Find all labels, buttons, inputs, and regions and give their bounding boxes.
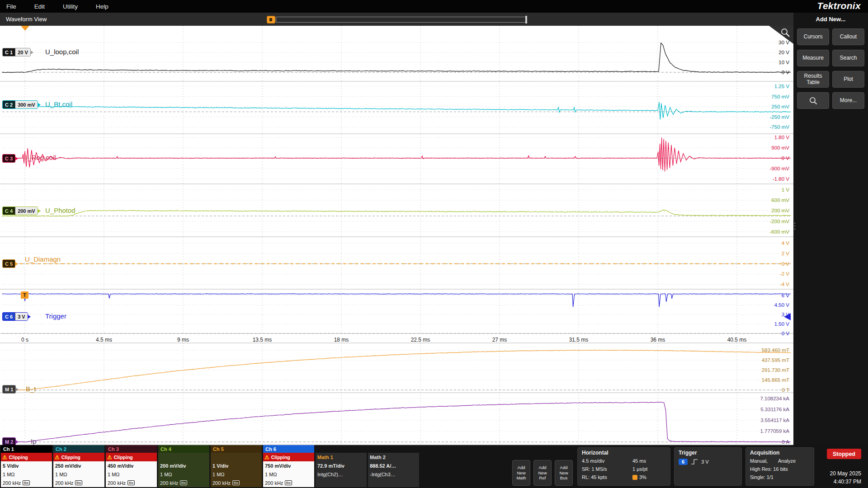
channel-badge-label: C 5 <box>3 260 15 267</box>
scale-label-ch3: 900 mV <box>771 145 789 150</box>
input-impedance: 1 MΩ <box>106 470 157 479</box>
sample-rate: SR: 1 MS/s <box>582 466 632 472</box>
scale-label-ch4: -600 mV <box>770 229 790 235</box>
channel-badge-tip <box>16 388 19 391</box>
bandwidth-limit: 200 kHzBw <box>211 479 262 487</box>
record-length: RL: 45 kpts <box>582 474 632 480</box>
channel-name-ch5[interactable]: U_Diamagn <box>25 255 61 263</box>
date-label: 20 May 2025 <box>830 469 861 478</box>
channel-badge-ch5[interactable]: C 5 <box>2 259 15 268</box>
zoom-tool-button[interactable] <box>797 92 829 109</box>
channel-name-ch3[interactable]: I_Rog,coil <box>26 154 56 161</box>
menu-help[interactable]: Help <box>96 3 108 10</box>
channel-badge-ch2[interactable]: C 2300 mV <box>2 100 38 109</box>
channel-name-ch4[interactable]: U_Photod <box>45 206 75 214</box>
clipping-warning: ⚠Clipping <box>263 453 314 461</box>
panel-drag-handle[interactable]: ⋮ <box>791 224 799 228</box>
menu-file[interactable]: File <box>6 3 16 10</box>
scale-label-ch2: 1.25 V <box>774 84 790 89</box>
channel-settings-3[interactable]: ⚠Clipping450 mV/div1 MΩ200 kHzBw <box>106 453 157 487</box>
channel-tab-3[interactable]: Ch 3 <box>106 445 157 453</box>
channel-badge-ch6[interactable]: C 63 V <box>2 312 28 321</box>
math-settings-2[interactable]: Math 2888.52 A/…-Intg(Ch3… <box>368 453 419 487</box>
search-button[interactable]: Search <box>832 50 864 66</box>
channel-name-ch6[interactable]: Trigger <box>45 312 66 320</box>
channel-tab-2[interactable]: Ch 2 <box>53 445 104 453</box>
channel-settings-5[interactable]: 1 V/div1 MΩ200 kHzBw <box>211 453 262 487</box>
scale-label-ch5: 4 V <box>782 240 790 246</box>
clipping-label: Clipping <box>61 455 80 460</box>
channel-tab-6[interactable]: Ch 6 <box>263 445 314 453</box>
bandwidth-icon: Bw <box>75 480 82 485</box>
scale-label-ch4: 600 mV <box>771 197 789 203</box>
channel-badge-m1[interactable]: M 1 <box>2 385 16 394</box>
math-block-1[interactable]: Math 172.9 mT/divIntg(Ch2)… <box>316 445 367 487</box>
horizontal-title: Horizontal <box>582 450 666 456</box>
horizontal-span: 45 ms <box>632 458 646 464</box>
channel-name-ch2[interactable]: U_Bt,coil <box>45 100 72 108</box>
scale-label-ch4: 1 V <box>782 187 790 192</box>
horizontal-scale: 4.5 ms/div <box>582 458 632 464</box>
clipping-warning: ⚠Clipping <box>1 453 52 461</box>
add-new-math-button[interactable]: Add New Math <box>512 460 530 486</box>
measure-button[interactable]: Measure <box>797 50 829 66</box>
scale-label-ch4: -200 mV <box>770 219 790 224</box>
trigger-source-badge[interactable]: 6 <box>679 459 688 465</box>
channel-tab-1[interactable]: Ch 1 <box>1 445 52 453</box>
bottom-status-bar: Ch 1⚠Clipping5 V/div1 MΩ200 kHzBwCh 2⚠Cl… <box>0 445 868 488</box>
acquisition-panel[interactable]: Acquisition Manual, Analyze High Res: 16… <box>745 447 814 486</box>
channel-block-4[interactable]: Ch 4200 mV/div1 MΩ200 kHzBw <box>158 445 209 487</box>
channel-block-3[interactable]: Ch 3⚠Clipping450 mV/div1 MΩ200 kHzBw <box>106 445 157 487</box>
channel-settings-6[interactable]: ⚠Clipping750 mV/div1 MΩ200 kHzBw <box>263 453 314 487</box>
bandwidth-limit: 200 kHzBw <box>53 479 104 487</box>
channel-name-m1[interactable]: B_t <box>26 385 36 393</box>
callout-button[interactable]: Callout <box>832 28 864 45</box>
math-settings-1[interactable]: Math 172.9 mT/divIntg(Ch2)… <box>316 453 367 487</box>
channel-block-5[interactable]: Ch 51 V/div1 MΩ200 kHzBw <box>211 445 262 487</box>
menu-edit[interactable]: Edit <box>34 3 45 10</box>
channel-name-m2[interactable]: Ip <box>31 437 37 445</box>
waveform-canvas[interactable]: 0 s4.5 ms9 ms13.5 ms18 ms22.5 ms27 ms31.… <box>0 26 793 445</box>
warning-icon: ⚠ <box>55 454 60 460</box>
scale-label-ch6: 6 V <box>782 293 790 298</box>
channel-scale-badge: 20 V <box>15 48 30 56</box>
volts-per-div: 750 mV/div <box>263 461 314 470</box>
record-overview-bar[interactable] <box>276 17 527 23</box>
horizontal-panel[interactable]: Horizontal 4.5 ms/div 45 ms SR: 1 MS/s 1… <box>577 447 670 486</box>
channel-name-ch1[interactable]: U_loop,coil <box>45 48 79 56</box>
more-button[interactable]: More... <box>832 92 864 109</box>
scale-label-ch2: 250 mV <box>771 104 789 109</box>
waveform-plot[interactable]: 0 s4.5 ms9 ms13.5 ms18 ms22.5 ms27 ms31.… <box>0 26 793 445</box>
add-new-ref-button[interactable]: Add New Ref <box>533 460 552 486</box>
channel-block-6[interactable]: Ch 6⚠Clipping750 mV/div1 MΩ200 kHzBw <box>263 445 314 487</box>
acquisition-title: Acquisition <box>750 450 810 456</box>
channel-badge-ch3[interactable]: C 3 <box>2 154 15 163</box>
cursors-button[interactable]: Cursors <box>797 28 829 45</box>
plot-button[interactable]: Plot <box>832 71 864 88</box>
math-name: Math 1 <box>316 453 367 461</box>
menu-utility[interactable]: Utility <box>63 3 78 10</box>
expansion-point-icon[interactable] <box>267 16 275 23</box>
channel-settings-2[interactable]: ⚠Clipping250 mV/div1 MΩ200 kHzBw <box>53 453 104 487</box>
channel-settings-4[interactable]: 200 mV/div1 MΩ200 kHzBw <box>158 453 209 487</box>
time-axis-label: 18 ms <box>334 337 349 343</box>
trigger-source-letter: T <box>23 292 26 298</box>
volts-per-div: 200 mV/div <box>158 461 209 470</box>
add-new-bus-button[interactable]: Add New Bus <box>555 460 573 486</box>
channel-tab-4[interactable]: Ch 4 <box>158 445 209 453</box>
trigger-panel[interactable]: Trigger 6 3 V <box>674 447 742 486</box>
channel-settings-1[interactable]: ⚠Clipping5 V/div1 MΩ200 kHzBw <box>1 453 52 487</box>
channel-tab-5[interactable]: Ch 5 <box>211 445 262 453</box>
channel-badge-ch1[interactable]: C 120 V <box>2 48 31 56</box>
channel-block-2[interactable]: Ch 2⚠Clipping250 mV/div1 MΩ200 kHzBw <box>53 445 104 487</box>
math-block-2[interactable]: Math 2888.52 A/…-Intg(Ch3… <box>368 445 419 487</box>
scale-label-ch3: 1.80 V <box>774 135 790 140</box>
scale-label-m2: 7.108234 kA <box>760 396 789 401</box>
channel-block-1[interactable]: Ch 1⚠Clipping5 V/div1 MΩ200 kHzBw <box>1 445 52 487</box>
results-table-button[interactable]: Results Table <box>797 71 829 88</box>
scale-label-ch1: 20 V <box>778 50 789 55</box>
channel-badge-ch4[interactable]: C 4200 mV <box>2 206 38 215</box>
bandwidth-icon: Bw <box>232 480 239 485</box>
input-impedance: 1 MΩ <box>158 470 209 479</box>
input-impedance: 1 MΩ <box>211 470 262 479</box>
